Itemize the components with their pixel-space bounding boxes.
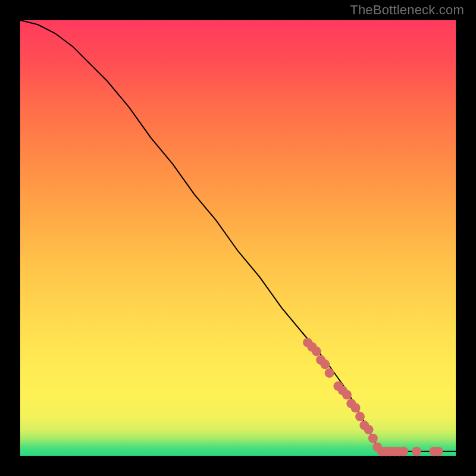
data-marker xyxy=(312,346,321,356)
chart-svg xyxy=(20,20,456,456)
plot-area xyxy=(20,20,456,456)
data-marker xyxy=(434,447,443,456)
curve-path xyxy=(20,20,456,452)
data-marker xyxy=(320,359,330,369)
data-marker xyxy=(364,425,374,434)
watermark-text: TheBottleneck.com xyxy=(350,2,464,18)
data-marker xyxy=(368,434,378,443)
markers-group xyxy=(303,338,443,456)
data-marker xyxy=(399,447,408,456)
data-marker xyxy=(351,403,361,413)
data-marker xyxy=(325,368,334,378)
data-marker xyxy=(355,412,365,421)
chart-frame: TheBottleneck.com xyxy=(0,0,476,476)
data-marker xyxy=(412,447,421,456)
data-marker xyxy=(342,390,352,400)
